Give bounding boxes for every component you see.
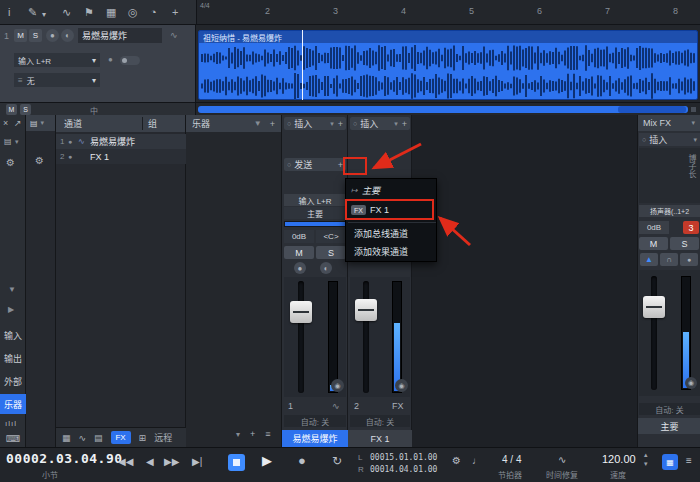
track-mute-button[interactable]: M — [14, 29, 27, 42]
fader-track[interactable] — [363, 281, 369, 393]
chevron-down-icon[interactable]: ▾ — [236, 430, 240, 439]
gain-value[interactable]: 0dB — [639, 221, 669, 234]
power-icon[interactable]: ○ — [353, 120, 357, 127]
timeline-ruler[interactable]: 4/4 2 3 4 5 6 7 8 — [196, 0, 700, 25]
global-mute-button[interactable]: M — [6, 104, 17, 115]
play-button[interactable]: ▶ — [262, 453, 272, 468]
bank-caret-icon[interactable]: ▾ — [15, 138, 19, 146]
tempo-up-stepper[interactable]: ▴ — [644, 451, 648, 459]
metronome-settings-icon[interactable]: ⚙ — [452, 455, 461, 466]
input-source[interactable]: 输入 L+R — [284, 194, 346, 206]
output-device-dropdown[interactable]: 扬声器(..1+2 — [639, 205, 700, 217]
loop-button[interactable]: ↻ — [332, 454, 342, 468]
clock-tool-icon[interactable]: ◔ — [150, 4, 157, 20]
info-icon[interactable]: i — [8, 4, 10, 20]
sidebar-item-external[interactable]: 外部 — [0, 371, 26, 391]
collapse-icon[interactable]: ▼ — [254, 119, 262, 128]
levels-icon[interactable]: ılıl — [5, 419, 17, 428]
automation-mode[interactable]: 自动: 关 — [284, 415, 346, 427]
event-count-badge[interactable]: 3 — [683, 221, 699, 234]
sidebar-item-outputs[interactable]: 输出 — [0, 348, 26, 368]
add-insert-icon[interactable]: + — [338, 119, 343, 129]
hscroll-track[interactable] — [198, 106, 688, 113]
list-icon[interactable]: ≡ — [265, 429, 270, 439]
inserts-header[interactable]: ○ 插入 ▾ + — [284, 117, 346, 130]
channel-row[interactable]: 2 ● FX 1 — [56, 149, 186, 164]
transport-menu-icon[interactable]: ≡ — [686, 455, 692, 466]
menu-item-fx1[interactable]: FX FX 1 — [346, 201, 438, 219]
loop-end-value[interactable]: 00014.04.01.00 — [370, 465, 437, 474]
hscroll-handle[interactable] — [618, 106, 686, 113]
console-view-icon[interactable]: ▦ — [62, 433, 71, 443]
mixfx-header[interactable]: Mix FX ▾ — [638, 115, 700, 131]
track-monitor-toggle[interactable] — [120, 56, 140, 65]
automation-mode[interactable]: 自动: 关 — [639, 403, 700, 415]
solo-button[interactable]: S — [316, 246, 346, 259]
playhead[interactable] — [302, 30, 303, 100]
setup-wrench-icon[interactable]: ⚙ — [35, 155, 44, 166]
external-view-icon[interactable]: ⊞ — [139, 433, 147, 443]
chevron-down-icon[interactable]: ▾ — [394, 120, 398, 128]
wave-view-icon[interactable]: ∿ — [79, 433, 87, 443]
pop-out-icon[interactable]: ↗ — [14, 118, 22, 128]
bank-column-header[interactable]: ▤ ▾ — [26, 115, 55, 131]
mute-button[interactable]: M — [639, 237, 668, 250]
track-monitor-button[interactable]: ◐ — [61, 29, 74, 42]
pan-control[interactable] — [284, 221, 346, 227]
zoom-button[interactable] — [691, 107, 696, 112]
speaker-icon[interactable]: ◉ — [395, 379, 408, 392]
track-record-arm-button[interactable]: ● — [46, 29, 59, 42]
activate-dot-icon[interactable]: ● — [68, 153, 78, 160]
record-button[interactable]: ● — [298, 453, 306, 468]
add-instrument-icon[interactable]: + — [270, 119, 275, 129]
loop-start-value[interactable]: 00015.01.01.00 — [370, 453, 437, 462]
expand-all-icon[interactable]: ▼ — [8, 285, 16, 294]
monitor-button[interactable]: ◐ — [320, 262, 332, 274]
menu-item-add-fx[interactable]: 添加效果通道 — [346, 242, 438, 260]
power-icon[interactable]: ○ — [642, 136, 646, 143]
automation-mode[interactable]: 自动: 关 — [350, 415, 410, 427]
stop-button[interactable] — [228, 454, 245, 471]
record-arm-button[interactable]: ● — [294, 262, 306, 274]
pencil-caret-icon[interactable]: ▾ — [42, 7, 46, 23]
add-send-icon[interactable]: + — [338, 160, 343, 170]
performance-monitor-button[interactable]: ▦ — [662, 454, 678, 470]
add-icon[interactable]: + — [250, 429, 255, 439]
strip-nameplate[interactable]: FX 1 — [348, 430, 412, 447]
power-icon[interactable]: ○ — [287, 120, 291, 127]
fader-handle[interactable] — [643, 296, 665, 318]
solo-button[interactable]: S — [670, 237, 699, 250]
close-icon[interactable]: × — [3, 118, 8, 128]
activate-dot-icon[interactable]: ● — [68, 138, 78, 145]
channel-row[interactable]: 1 ● ∿ 易燃易爆炸 — [56, 134, 186, 149]
audio-clip[interactable]: 祖短纳惜 - 易燃易爆炸 — [198, 30, 698, 100]
marker-flag-icon[interactable]: ⚑ — [84, 4, 94, 20]
rewind-button[interactable]: ◀◀ — [118, 456, 133, 467]
track-input-dropdown[interactable]: 输入 L+R ▾ — [14, 53, 100, 67]
headphone-button[interactable]: ∩ — [660, 253, 678, 266]
chevron-down-icon[interactable]: ▾ — [330, 120, 334, 128]
track-name-field[interactable]: 易燃易爆炸 — [78, 28, 162, 43]
precount-icon[interactable]: ♩ — [472, 455, 482, 466]
forward-button[interactable]: ▶▶ — [164, 456, 179, 467]
sidebar-item-inputs[interactable]: 输入 — [0, 325, 26, 345]
inserts-header[interactable]: ○ 插入 ▾ + — [350, 117, 410, 130]
bank-view-icon[interactable]: ▤ — [94, 433, 103, 443]
automation-tool-icon[interactable]: ∿ — [62, 4, 71, 20]
grid-tool-icon[interactable]: ▦ — [106, 4, 116, 20]
step-back-button[interactable]: ◀ — [146, 456, 154, 467]
tab-remote[interactable]: 远程 — [154, 431, 172, 444]
fader-handle[interactable] — [290, 301, 312, 323]
speaker-icon[interactable]: ◉ — [331, 379, 344, 392]
arrange-area[interactable]: 祖短纳惜 - 易燃易爆炸 — [196, 25, 700, 102]
menu-item-add-bus[interactable]: 添加总线通道 — [346, 224, 438, 242]
timestretch-icon[interactable]: ∿ — [558, 454, 566, 465]
narrow-strips-icon[interactable]: ▶ — [8, 305, 14, 314]
pan-value[interactable]: <C> — [316, 230, 346, 243]
time-signature[interactable]: 4 / 4 — [502, 454, 521, 465]
main-nameplate[interactable]: 主要 — [638, 418, 700, 434]
inserts-header[interactable]: ○ 插入 ▾ — [639, 133, 700, 146]
speaker-icon[interactable]: ◉ — [685, 377, 697, 389]
global-solo-button[interactable]: S — [20, 104, 31, 115]
fader-handle[interactable] — [355, 299, 377, 321]
